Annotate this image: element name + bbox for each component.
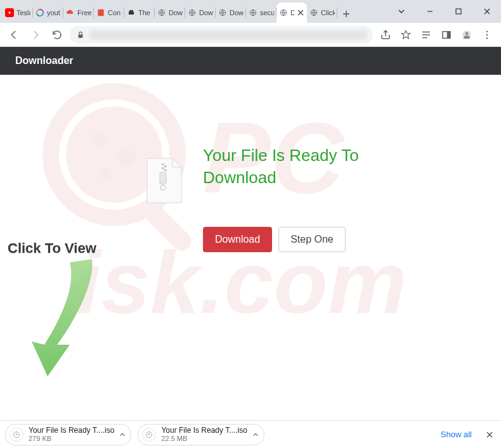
address-bar	[0, 23, 501, 47]
zip-file-icon	[146, 157, 183, 204]
tab-click[interactable]: Click	[307, 3, 337, 23]
lock-icon	[76, 30, 85, 39]
globe-icon	[309, 8, 318, 17]
tab-secu[interactable]: secu	[246, 3, 277, 23]
tab-label: Dow	[169, 9, 183, 16]
forward-button[interactable]	[27, 26, 44, 44]
page-title: Downloader	[0, 47, 501, 75]
tab-free[interactable]: Free	[63, 3, 94, 23]
tab-label: Dow	[199, 9, 213, 16]
svg-point-18	[486, 34, 488, 35]
tab-active[interactable]: D	[277, 3, 307, 23]
svg-rect-28	[160, 172, 166, 184]
reading-list-icon[interactable]	[417, 26, 435, 44]
menu-icon[interactable]	[478, 26, 496, 44]
chevron-up-icon[interactable]	[119, 432, 126, 438]
download-size: 22.5 MB	[161, 435, 247, 442]
globe-icon	[218, 8, 227, 17]
svg-rect-3	[129, 11, 134, 15]
download-item[interactable]: Your File Is Ready T....iso 279 KB	[5, 424, 131, 445]
printer-icon	[127, 8, 136, 17]
omnibox[interactable]	[70, 26, 373, 44]
tab-label: Free	[77, 9, 91, 16]
tab-label: yout	[47, 9, 61, 16]
page-content: Downloader PC isk.com Your File Is Ready…	[0, 47, 501, 420]
show-all-button[interactable]: Show all	[436, 427, 477, 442]
globe-icon	[157, 8, 166, 17]
tab-con[interactable]: Con	[94, 3, 124, 23]
download-name: Your File Is Ready T....iso	[29, 426, 114, 435]
svg-rect-33	[164, 169, 167, 171]
cloud-icon	[66, 8, 75, 17]
tab-the[interactable]: The	[124, 3, 155, 23]
file-icon	[142, 428, 156, 442]
share-icon[interactable]	[377, 26, 394, 44]
youtube-icon	[5, 8, 14, 17]
url-text	[90, 30, 367, 39]
headline: Your File Is Ready To Download	[203, 144, 393, 189]
download-button[interactable]: Download	[203, 227, 272, 252]
close-button[interactable]	[472, 1, 501, 22]
back-button[interactable]	[5, 26, 23, 44]
downloads-bar: Your File Is Ready T....iso 279 KB Your …	[0, 420, 501, 448]
tab-dow-3[interactable]: Dow	[216, 3, 246, 23]
svg-rect-32	[162, 167, 164, 169]
svg-point-17	[486, 30, 488, 32]
svg-rect-31	[164, 165, 167, 167]
tab-youtube[interactable]: yout	[33, 3, 63, 23]
tab-label: Tesla	[16, 9, 30, 16]
tab-label: The	[138, 9, 152, 16]
arrow-down-icon	[32, 243, 108, 389]
file-icon	[96, 8, 105, 17]
globe-icon	[279, 8, 288, 17]
tab-label: Click	[321, 9, 335, 16]
minimize-button[interactable]	[415, 1, 444, 22]
tab-dow-1[interactable]: Dow	[155, 3, 185, 23]
window-controls	[387, 0, 501, 23]
svg-point-19	[486, 37, 488, 39]
chevron-down-icon[interactable]	[387, 1, 415, 22]
globe-icon	[249, 8, 257, 17]
svg-rect-30	[162, 163, 164, 165]
chevron-up-icon[interactable]	[252, 432, 259, 438]
tab-label: Dow	[230, 9, 244, 16]
tab-label: D	[290, 9, 294, 16]
tab-label: Con	[108, 9, 122, 16]
globe-icon	[188, 8, 197, 17]
step-one-button[interactable]: Step One	[278, 227, 346, 252]
side-panel-icon[interactable]	[438, 26, 455, 44]
tab-dow-2[interactable]: Dow	[185, 3, 216, 23]
star-icon[interactable]	[397, 26, 415, 44]
reload-button[interactable]	[48, 26, 66, 44]
profile-icon[interactable]	[458, 26, 476, 44]
tab-label: secu	[260, 9, 274, 16]
close-icon[interactable]	[483, 428, 496, 441]
maximize-button[interactable]	[444, 1, 472, 22]
file-icon	[10, 428, 23, 442]
tab-strip: Tesla yout Free Con The Dow Dow Dow secu…	[0, 0, 412, 23]
svg-rect-4	[129, 10, 133, 11]
svg-point-16	[465, 32, 469, 35]
download-size: 279 KB	[29, 435, 114, 442]
tab-tesla[interactable]: Tesla	[3, 3, 33, 23]
svg-rect-2	[98, 10, 103, 16]
svg-rect-14	[447, 31, 450, 38]
new-tab-button[interactable]	[337, 5, 355, 23]
google-icon	[36, 8, 44, 17]
close-icon[interactable]	[297, 9, 304, 16]
download-item[interactable]: Your File Is Ready T....iso 22.5 MB	[138, 424, 264, 445]
download-name: Your File Is Ready T....iso	[161, 426, 247, 435]
svg-rect-12	[79, 34, 83, 37]
svg-rect-11	[456, 9, 461, 14]
